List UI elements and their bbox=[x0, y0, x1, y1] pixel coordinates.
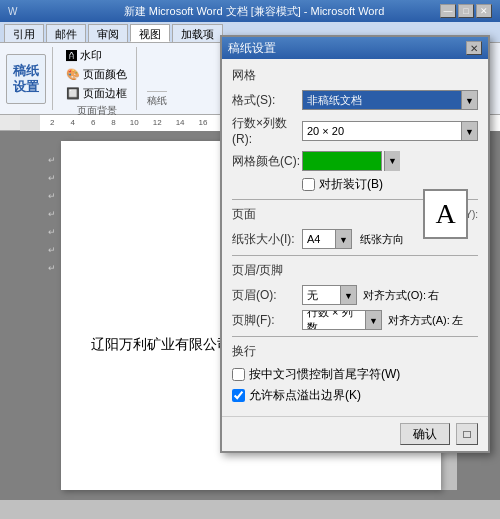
duizhe-checkbox[interactable] bbox=[302, 178, 315, 191]
footer-align-value: 左 bbox=[452, 313, 463, 328]
rowcol-row: 行数×列数(R): 20 × 20 ▼ bbox=[232, 115, 478, 146]
ok-button[interactable]: 确认 bbox=[400, 423, 450, 445]
paper-direction-label: 纸张方向 bbox=[360, 232, 404, 247]
footer-select[interactable]: 行数 × 列数 ▼ bbox=[302, 310, 382, 330]
divider-3 bbox=[232, 336, 478, 337]
hf-section-title: 页眉/页脚 bbox=[232, 262, 478, 279]
header-text: 无 bbox=[303, 286, 340, 304]
footer-text: 行数 × 列数 bbox=[303, 311, 365, 329]
color-picker[interactable] bbox=[302, 151, 382, 171]
preview-area: A 纸背(Y): bbox=[442, 206, 478, 222]
page-section: 页面 纸张大小(I): A4 ▼ 纸张方向 A 纸背(Y): bbox=[232, 206, 478, 249]
footer-row: 页脚(F): 行数 × 列数 ▼ 对齐方式(A): 左 bbox=[232, 310, 478, 330]
format-select-arrow[interactable]: ▼ bbox=[461, 91, 477, 110]
footer-arrow[interactable]: ▼ bbox=[365, 311, 381, 330]
paper-size-label: 纸张大小(I): bbox=[232, 231, 302, 248]
cb1-label: 按中文习惯控制首尾字符(W) bbox=[249, 366, 400, 383]
header-align-value: 右 bbox=[428, 288, 439, 303]
duizhe-label: 对折装订(B) bbox=[319, 176, 383, 193]
cb2-label: 允许标点溢出边界(K) bbox=[249, 387, 361, 404]
dialog-overlay: 稿纸设置 ✕ 网格 格式(S): 非稿纸文档 ▼ 行数×列数(R): bbox=[0, 0, 500, 519]
paper-size-select[interactable]: A4 ▼ bbox=[302, 229, 352, 249]
footer-label: 页脚(F): bbox=[232, 312, 302, 329]
dialog-close-button[interactable]: ✕ bbox=[466, 41, 482, 55]
dialog-footer: 确认 □ bbox=[222, 416, 488, 451]
header-label: 页眉(O): bbox=[232, 287, 302, 304]
dialog-title: 稿纸设置 bbox=[228, 40, 276, 57]
format-select-wrapper[interactable]: 非稿纸文档 ▼ bbox=[302, 90, 478, 110]
rowcol-label: 行数×列数(R): bbox=[232, 115, 302, 146]
format-row: 格式(S): 非稿纸文档 ▼ bbox=[232, 90, 478, 110]
grid-section-title: 网格 bbox=[232, 67, 478, 84]
dialog-gaozhi: 稿纸设置 ✕ 网格 格式(S): 非稿纸文档 ▼ 行数×列数(R): bbox=[220, 35, 490, 453]
color-label: 网格颜色(C): bbox=[232, 153, 302, 170]
preview-box: A bbox=[423, 189, 468, 239]
grid-section: 网格 格式(S): 非稿纸文档 ▼ 行数×列数(R): 20 × 20 ▼ bbox=[232, 67, 478, 193]
paper-size-arrow[interactable]: ▼ bbox=[335, 230, 351, 249]
switch-section: 换行 按中文习惯控制首尾字符(W) 允许标点溢出边界(K) bbox=[232, 343, 478, 404]
rowcol-select-wrapper[interactable]: 20 × 20 ▼ bbox=[302, 121, 478, 141]
dialog-body: 网格 格式(S): 非稿纸文档 ▼ 行数×列数(R): 20 × 20 ▼ bbox=[222, 59, 488, 416]
paper-size-text: A4 bbox=[303, 230, 335, 248]
color-select-arrow[interactable]: ▼ bbox=[384, 151, 400, 171]
switch-title: 换行 bbox=[232, 343, 478, 360]
header-row: 页眉(O): 无 ▼ 对齐方式(O): 右 bbox=[232, 285, 478, 305]
footer-align-label: 对齐方式(A): bbox=[388, 313, 450, 328]
format-select-text: 非稿纸文档 bbox=[303, 91, 461, 109]
cb1-row: 按中文习惯控制首尾字符(W) bbox=[232, 366, 478, 383]
divider-2 bbox=[232, 255, 478, 256]
dialog-titlebar: 稿纸设置 ✕ bbox=[222, 37, 488, 59]
hf-section: 页眉/页脚 页眉(O): 无 ▼ 对齐方式(O): 右 页脚(F): 行数 × … bbox=[232, 262, 478, 330]
cancel-button[interactable]: □ bbox=[456, 423, 478, 445]
color-row: 网格颜色(C): ▼ bbox=[232, 151, 478, 171]
header-select[interactable]: 无 ▼ bbox=[302, 285, 357, 305]
cb2-checkbox[interactable] bbox=[232, 389, 245, 402]
rowcol-select-arrow[interactable]: ▼ bbox=[461, 122, 477, 141]
rowcol-select-text: 20 × 20 bbox=[303, 122, 461, 140]
format-label: 格式(S): bbox=[232, 92, 302, 109]
header-arrow[interactable]: ▼ bbox=[340, 286, 356, 305]
preview-char: A bbox=[435, 198, 455, 230]
cb2-row: 允许标点溢出边界(K) bbox=[232, 387, 478, 404]
cb1-checkbox[interactable] bbox=[232, 368, 245, 381]
header-align-label: 对齐方式(O): bbox=[363, 288, 426, 303]
